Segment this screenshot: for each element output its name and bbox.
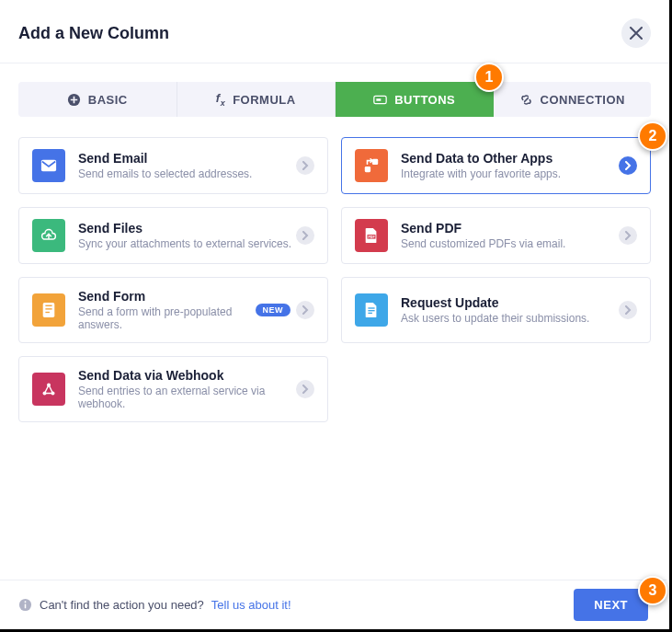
plus-circle-icon (67, 93, 81, 107)
card-desc: Integrate with your favorite apps. (401, 167, 619, 180)
new-badge: NEW (256, 304, 291, 316)
card-send-data-apps[interactable]: Send Data to Other Apps Integrate with y… (341, 137, 651, 194)
card-title: Send Data via Webhook (78, 368, 296, 383)
card-desc: Send emails to selected addresses. (78, 167, 296, 180)
annotation-1: 1 (474, 63, 504, 92)
footer-prompt: Can't find the action you need? (40, 598, 204, 612)
tab-label: BUTTONS (394, 93, 455, 107)
card-title: Request Update (401, 295, 619, 310)
svg-rect-19 (25, 604, 27, 609)
card-send-pdf[interactable]: PDF Send PDF Send customized PDFs via em… (341, 207, 651, 264)
chevron-right-icon (623, 231, 632, 240)
tab-label: CONNECTION (541, 93, 625, 107)
annotation-2: 2 (638, 121, 667, 151)
close-icon (630, 27, 643, 40)
svg-rect-10 (45, 308, 51, 309)
svg-rect-13 (368, 310, 374, 311)
tab-buttons[interactable]: BUTTONS (336, 82, 494, 117)
cloud-upload-icon (40, 227, 57, 244)
card-send-webhook[interactable]: Send Data via Webhook Send entries to an… (18, 356, 328, 422)
chevron-right-icon (623, 161, 632, 170)
chevron-right-icon (301, 161, 310, 170)
button-icon (373, 93, 387, 107)
document-icon (363, 302, 380, 318)
mail-icon (40, 157, 57, 174)
card-desc: Sync your attachments to external servic… (78, 237, 296, 250)
tab-label: FORMULA (233, 93, 296, 107)
card-desc: Send entries to an external service via … (78, 385, 296, 410)
card-request-update[interactable]: Request Update Ask users to update their… (341, 277, 651, 343)
footer-link[interactable]: Tell us about it! (211, 598, 291, 612)
card-title: Send Form (78, 289, 256, 304)
annotation-3: 3 (638, 576, 667, 605)
tab-bar: BASIC fx FORMULA BUTTONS CONNECTION (18, 82, 651, 117)
card-send-files[interactable]: Send Files Sync your attachments to exte… (18, 207, 328, 264)
card-desc: Ask users to update their submissions. (401, 312, 619, 325)
card-title: Send Email (78, 151, 296, 166)
card-title: Send PDF (401, 221, 619, 236)
fx-icon: fx (216, 91, 225, 108)
page-title: Add a New Column (18, 24, 169, 43)
card-arrow (296, 226, 314, 245)
close-button[interactable] (621, 18, 651, 48)
chevron-right-icon (623, 305, 632, 315)
card-arrow (296, 301, 314, 319)
card-arrow (619, 301, 637, 319)
pdf-icon: PDF (363, 227, 380, 244)
svg-rect-4 (365, 167, 370, 172)
svg-rect-8 (43, 303, 55, 317)
webhook-icon (40, 381, 57, 397)
card-arrow (296, 156, 314, 175)
svg-rect-2 (377, 98, 382, 101)
card-desc: Send a form with pre-populated answers. (78, 305, 256, 331)
svg-point-20 (25, 601, 27, 603)
info-icon (18, 598, 32, 612)
card-arrow (296, 380, 314, 398)
card-title: Send Data to Other Apps (401, 151, 619, 166)
chevron-right-icon (301, 385, 310, 394)
svg-rect-14 (368, 313, 372, 314)
card-arrow (619, 226, 637, 245)
link-icon (519, 93, 533, 107)
card-send-form[interactable]: Send Form Send a form with pre-populated… (18, 277, 328, 343)
chevron-right-icon (301, 305, 310, 315)
form-icon (40, 302, 57, 318)
card-title: Send Files (78, 221, 296, 236)
tab-basic[interactable]: BASIC (18, 82, 177, 117)
tab-formula[interactable]: fx FORMULA (177, 82, 336, 117)
integration-icon (363, 157, 380, 174)
next-button[interactable]: NEXT (574, 589, 648, 621)
svg-rect-12 (368, 307, 374, 308)
card-send-email[interactable]: Send Email Send emails to selected addre… (18, 137, 328, 194)
svg-rect-9 (45, 305, 51, 306)
card-desc: Send customized PDFs via email. (401, 237, 619, 250)
tab-connection[interactable]: CONNECTION (494, 82, 652, 117)
svg-rect-5 (372, 159, 378, 165)
tab-label: BASIC (88, 93, 128, 107)
svg-rect-11 (45, 312, 50, 313)
card-arrow (619, 156, 637, 175)
svg-text:PDF: PDF (368, 236, 375, 239)
chevron-right-icon (301, 231, 310, 240)
